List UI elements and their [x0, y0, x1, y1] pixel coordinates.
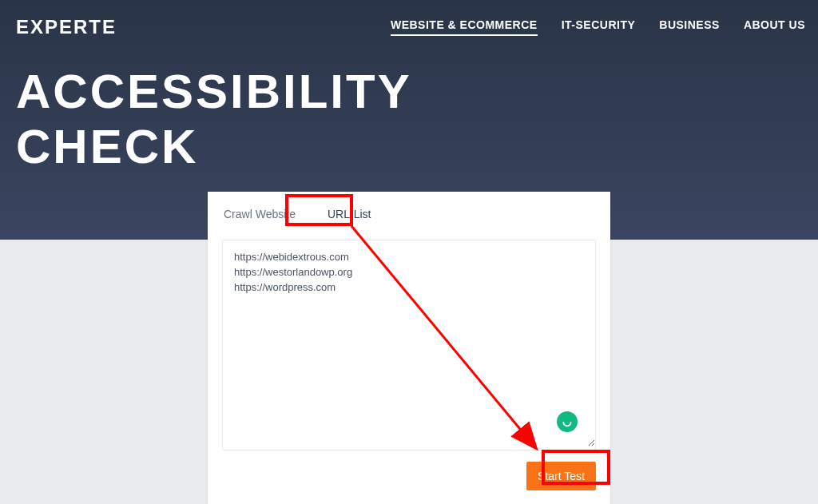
tab-url-list[interactable]: URL-List	[326, 201, 385, 230]
nav-business[interactable]: BUSINESS	[659, 18, 720, 36]
url-textarea-wrapper	[222, 240, 596, 450]
header: EXPERTE WEBSITE & ECOMMERCE IT-SECURITY …	[0, 0, 818, 38]
start-test-button[interactable]: Start Test	[526, 462, 596, 490]
main-nav: WEBSITE & ECOMMERCE IT-SECURITY BUSINESS…	[391, 18, 805, 36]
tab-crawl-website[interactable]: Crawl Website	[222, 201, 310, 230]
brand-logo[interactable]: EXPERTE	[16, 16, 117, 38]
card-actions: Start Test	[222, 462, 596, 490]
page-title: ACCESSIBILITYCHECK	[0, 38, 818, 174]
nav-about-us[interactable]: ABOUT US	[744, 18, 805, 36]
nav-it-security[interactable]: IT-SECURITY	[562, 18, 636, 36]
accessibility-card: Crawl Website URL-List Start Test	[208, 192, 610, 504]
chat-widget-icon[interactable]	[557, 411, 578, 432]
nav-website-ecommerce[interactable]: WEBSITE & ECOMMERCE	[391, 18, 538, 36]
url-list-input[interactable]	[223, 240, 595, 446]
input-mode-tabs: Crawl Website URL-List	[222, 192, 596, 230]
